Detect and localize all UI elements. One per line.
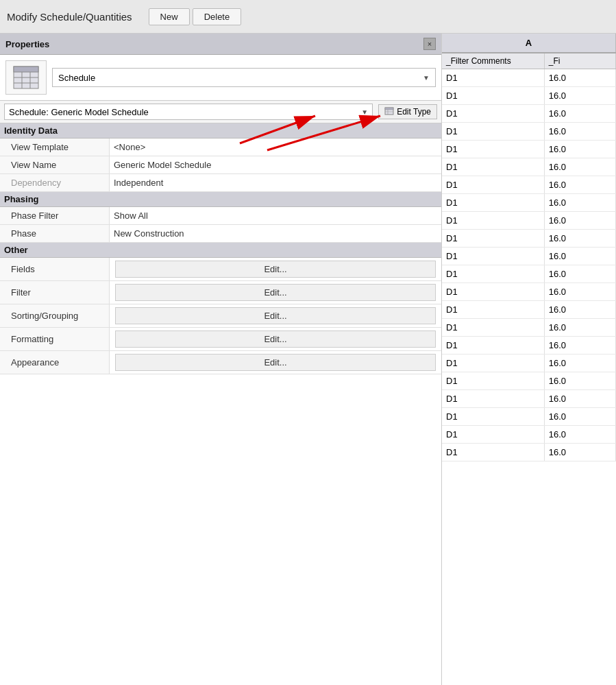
- schedule-name-bar: Schedule: Generic Model Schedule ▼ Edit …: [0, 101, 441, 123]
- table-row[interactable]: D1 16.0: [442, 283, 616, 301]
- appearance-button[interactable]: Edit...: [115, 354, 436, 371]
- properties-panel: Properties × Schedule ▼: [0, 34, 442, 685]
- schedule-type-dropdown[interactable]: Schedule ▼: [52, 68, 436, 87]
- phase-value[interactable]: New Construction: [110, 225, 441, 242]
- view-name-label: View Name: [0, 156, 110, 173]
- cell-col1: D1: [442, 176, 545, 193]
- cell-col1: D1: [442, 319, 545, 336]
- cell-col1: D1: [442, 158, 545, 176]
- cell-col1: D1: [442, 248, 545, 265]
- data-rows: D1 16.0 D1 16.0 D1 16.0 D1 16.0 D1 16.0 …: [442, 69, 616, 685]
- property-row-phase: Phase New Construction: [0, 225, 441, 243]
- section-identity-data: Identity Data: [0, 123, 441, 139]
- cell-col2: 16.0: [545, 444, 616, 461]
- data-header-row: A: [442, 34, 616, 53]
- cell-col2: 16.0: [545, 319, 616, 336]
- phase-filter-label: Phase Filter: [0, 207, 110, 224]
- edit-type-button[interactable]: Edit Type: [378, 104, 437, 119]
- sub-header-filter-comments: _Filter Comments: [442, 53, 545, 69]
- cell-col1: D1: [442, 194, 545, 211]
- table-row[interactable]: D1 16.0: [442, 123, 616, 141]
- table-row[interactable]: D1 16.0: [442, 265, 616, 283]
- table-row[interactable]: D1 16.0: [442, 319, 616, 337]
- view-name-value[interactable]: Generic Model Schedule: [110, 156, 441, 173]
- property-row-view-template: View Template <None>: [0, 139, 441, 156]
- filter-button[interactable]: Edit...: [115, 284, 436, 301]
- cell-col1: D1: [442, 301, 545, 318]
- table-row[interactable]: D1 16.0: [442, 87, 616, 105]
- cell-col2: 16.0: [545, 123, 616, 140]
- cell-col2: 16.0: [545, 283, 616, 300]
- formatting-button[interactable]: Edit...: [115, 331, 436, 348]
- schedule-name-dropdown[interactable]: Schedule: Generic Model Schedule ▼: [4, 104, 373, 120]
- table-row[interactable]: D1 16.0: [442, 230, 616, 248]
- dependency-label: Dependency: [0, 174, 110, 191]
- edit-type-label: Edit Type: [397, 107, 431, 117]
- window-title: Modify Schedule/Quantities: [7, 11, 132, 23]
- cell-col1: D1: [442, 283, 545, 300]
- table-row[interactable]: D1 16.0: [442, 426, 616, 444]
- cell-col1: D1: [442, 123, 545, 140]
- cell-col1: D1: [442, 212, 545, 229]
- property-row-phase-filter: Phase Filter Show All: [0, 207, 441, 225]
- table-row[interactable]: D1 16.0: [442, 444, 616, 461]
- cell-col2: 16.0: [545, 337, 616, 354]
- cell-col1: D1: [442, 408, 545, 425]
- cell-col2: 16.0: [545, 87, 616, 104]
- view-template-label: View Template: [0, 139, 110, 156]
- close-button[interactable]: ×: [423, 38, 436, 50]
- table-row[interactable]: D1 16.0: [442, 194, 616, 212]
- table-row[interactable]: D1 16.0: [442, 141, 616, 158]
- property-row-dependency: Dependency Independent: [0, 174, 441, 192]
- cell-col2: 16.0: [545, 69, 616, 86]
- sorting-button[interactable]: Edit...: [115, 307, 436, 324]
- table-row[interactable]: D1 16.0: [442, 354, 616, 372]
- property-row-view-name: View Name Generic Model Schedule: [0, 156, 441, 174]
- cell-col1: D1: [442, 230, 545, 247]
- cell-col2: 16.0: [545, 230, 616, 247]
- property-row-sorting: Sorting/Grouping Edit...: [0, 304, 441, 328]
- phase-label: Phase: [0, 225, 110, 242]
- cell-col2: 16.0: [545, 390, 616, 407]
- table-row[interactable]: D1 16.0: [442, 337, 616, 354]
- main-area: Properties × Schedule ▼: [0, 34, 616, 685]
- cell-col1: D1: [442, 372, 545, 389]
- cell-col1: D1: [442, 354, 545, 372]
- formatting-label: Formatting: [0, 328, 110, 350]
- table-row[interactable]: D1 16.0: [442, 301, 616, 319]
- cell-col2: 16.0: [545, 212, 616, 229]
- view-template-value[interactable]: <None>: [110, 139, 441, 156]
- properties-title: Properties: [5, 39, 49, 49]
- cell-col2: 16.0: [545, 158, 616, 176]
- schedule-name-label: Schedule: Generic Model Schedule: [9, 107, 149, 117]
- table-row[interactable]: D1 16.0: [442, 372, 616, 390]
- sorting-label: Sorting/Grouping: [0, 304, 110, 327]
- cell-col2: 16.0: [545, 176, 616, 193]
- fields-button[interactable]: Edit...: [115, 261, 436, 278]
- cell-col1: D1: [442, 141, 545, 158]
- table-row[interactable]: D1 16.0: [442, 248, 616, 265]
- cell-col2: 16.0: [545, 105, 616, 122]
- cell-col2: 16.0: [545, 248, 616, 265]
- cell-col1: D1: [442, 426, 545, 443]
- phase-filter-value[interactable]: Show All: [110, 207, 441, 224]
- cell-col2: 16.0: [545, 372, 616, 389]
- table-row[interactable]: D1 16.0: [442, 390, 616, 408]
- svg-rect-7: [385, 108, 393, 110]
- table-row[interactable]: D1 16.0: [442, 105, 616, 123]
- table-row[interactable]: D1 16.0: [442, 408, 616, 426]
- cell-col2: 16.0: [545, 408, 616, 425]
- table-row[interactable]: D1 16.0: [442, 69, 616, 87]
- table-row[interactable]: D1 16.0: [442, 176, 616, 194]
- col-header-a: A: [442, 34, 616, 52]
- delete-button[interactable]: Delete: [193, 8, 242, 25]
- svg-rect-1: [14, 67, 38, 72]
- table-row[interactable]: D1 16.0: [442, 212, 616, 230]
- cell-col2: 16.0: [545, 141, 616, 158]
- new-button[interactable]: New: [149, 8, 190, 25]
- fields-label: Fields: [0, 258, 110, 280]
- cell-col2: 16.0: [545, 354, 616, 372]
- cell-col1: D1: [442, 87, 545, 104]
- properties-table: Identity Data View Template <None> View …: [0, 123, 441, 685]
- table-row[interactable]: D1 16.0: [442, 158, 616, 176]
